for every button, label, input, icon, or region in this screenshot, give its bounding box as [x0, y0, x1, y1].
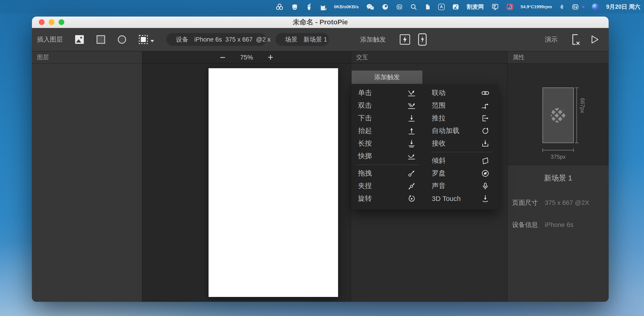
vpn-app-name[interactable]: 割麦网 [467, 3, 484, 10]
range-icon [481, 102, 490, 110]
fullscreen-button[interactable] [58, 19, 64, 25]
menu-item-rotate[interactable]: 旋转 [351, 192, 425, 205]
rotate-icon [408, 194, 416, 203]
network-upload: 0KB/s [334, 4, 346, 9]
artboard[interactable] [208, 68, 338, 297]
menu-item-pinch[interactable]: 夹捏 [351, 180, 425, 192]
layers-panel: 图层 [32, 52, 142, 302]
photos-app-icon[interactable] [452, 4, 459, 10]
menu-divider [357, 164, 419, 165]
control-center-icon[interactable] [572, 4, 579, 10]
double-tap-icon [408, 102, 416, 110]
properties-panel-header: 属性 [508, 52, 609, 64]
menu-item-long-press[interactable]: 长按 [351, 137, 425, 150]
zoom-level: 75% [240, 54, 253, 61]
width-dimension-label: 375px [542, 154, 574, 160]
ellipse-icon [117, 35, 126, 44]
network-speed-indicator[interactable]: 0KB/s 0KB/s [334, 4, 359, 9]
reload-icon [481, 127, 490, 135]
minimize-button[interactable] [49, 19, 54, 25]
width-dimension-line [542, 150, 574, 150]
insert-image-button[interactable] [75, 35, 84, 44]
compass-icon [481, 169, 490, 178]
spotlight-search-icon[interactable] [410, 4, 417, 10]
menu-divider [431, 152, 493, 152]
insert-rectangle-button[interactable] [96, 35, 106, 44]
pinch-icon [408, 182, 416, 190]
trefoil-sync-icon[interactable] [276, 4, 284, 10]
menu-item-tilt[interactable]: 倾斜 [425, 154, 498, 167]
device-chip-label: 设备 [176, 35, 188, 44]
wechat-icon[interactable] [366, 3, 374, 10]
device-chip-value: iPhone 6s 375 x 667 @2 x [194, 36, 270, 43]
drag-icon [408, 169, 416, 178]
switch-panel-icon[interactable] [396, 4, 403, 10]
lightning-square-icon [400, 34, 410, 45]
temperature-value: 54.9°C [521, 4, 534, 9]
network-download: 0KB/s [346, 4, 359, 9]
trigger-menu: 单击 双击 [351, 84, 498, 210]
add-response-button-toolbar[interactable] [418, 33, 427, 46]
menu-item-chain[interactable]: 联动 [425, 86, 498, 99]
document-app-icon[interactable] [424, 4, 431, 10]
menu-item-double-tap[interactable]: 双击 [351, 99, 425, 112]
insert-ellipse-button[interactable] [117, 35, 126, 44]
page-size-row: 页面尺寸 375 x 667 @2X [512, 198, 609, 207]
scene-chip[interactable]: 场景 新场景 1 [276, 33, 329, 46]
input-source-icon[interactable]: A [438, 4, 445, 10]
menu-item-compass[interactable]: 罗盘 [425, 167, 498, 180]
chain-link-icon [481, 89, 490, 97]
menu-item-touch-up[interactable]: 抬起 [351, 124, 425, 137]
add-trigger-button-toolbar[interactable] [400, 34, 410, 45]
siri-icon[interactable] [592, 4, 599, 10]
menu-item-pull[interactable]: 推拉 [425, 112, 498, 124]
close-preview-button[interactable] [570, 34, 580, 45]
scene-preview-section: 667px 375px [508, 64, 609, 165]
insert-container-button[interactable] [138, 35, 154, 44]
menu-item-drag[interactable]: 拖拽 [351, 167, 425, 180]
record-orb-icon[interactable] [382, 4, 388, 10]
play-preview-button[interactable] [590, 35, 600, 44]
window-titlebar[interactable]: 未命名 - ProtoPie [32, 16, 609, 28]
milkshake-app-icon[interactable] [306, 3, 312, 11]
cat-app-icon[interactable] [319, 3, 326, 11]
context-chips: 设备 iPhone 6s 375 x 667 @2 x 场景 新场景 1 [166, 28, 329, 51]
scene-chip-value: 新场景 1 [304, 35, 327, 44]
interaction-panel: 交互 添加触发 单击 [351, 52, 508, 302]
zoom-in-button[interactable]: + [268, 52, 274, 62]
close-button[interactable] [39, 19, 44, 25]
zoom-out-button[interactable]: − [220, 52, 226, 62]
interaction-panel-header: 交互 [351, 52, 507, 64]
input-letter: A [438, 4, 445, 10]
menu-bar-clock[interactable]: 9月20日 周六 [606, 3, 640, 10]
menu-item-tap[interactable]: 单击 [351, 86, 425, 99]
fan-speed-value: 1999rpm [534, 4, 552, 9]
device-chip[interactable]: 设备 iPhone 6s 375 x 667 @2 x [166, 33, 266, 46]
microphone-icon [481, 182, 490, 190]
pull-icon [481, 114, 490, 122]
canvas-header: − 75% + [142, 52, 351, 64]
traffic-lights [39, 16, 64, 28]
menu-item-fling[interactable]: 快掷 [351, 150, 425, 162]
trigger-menu-right-column: 联动 范围 [425, 86, 498, 207]
menu-item-sound[interactable]: 声音 [425, 180, 498, 192]
fan-temp-indicator[interactable]: 54.9°C 1999rpm [521, 4, 552, 9]
protopie-pie-logo [550, 107, 566, 124]
canvas-area: − 75% + [142, 52, 351, 302]
cow-app-icon[interactable] [291, 3, 298, 10]
menu-item-receive[interactable]: 接收 [425, 137, 498, 150]
height-dimension-line [576, 88, 577, 143]
display-icon[interactable] [491, 3, 499, 10]
add-trigger-button[interactable]: 添加触发 [352, 70, 422, 84]
tap-icon [408, 89, 416, 97]
present-label: 演示 [545, 35, 558, 44]
menu-item-auto-load[interactable]: 自动加载 [425, 124, 498, 137]
notification-dot [582, 6, 584, 8]
bluetooth-icon[interactable] [559, 3, 564, 10]
menu-item-touch-down[interactable]: 下击 [351, 112, 425, 124]
menu-item-3d-touch[interactable]: 3D Touch [425, 192, 498, 205]
scene-info-section: 新场景 1 页面尺寸 375 x 667 @2X 设备信息 iPhone 6s [508, 165, 609, 302]
fan-control-icon[interactable] [506, 4, 513, 10]
fling-icon [408, 152, 416, 160]
menu-item-range[interactable]: 范围 [425, 99, 498, 112]
